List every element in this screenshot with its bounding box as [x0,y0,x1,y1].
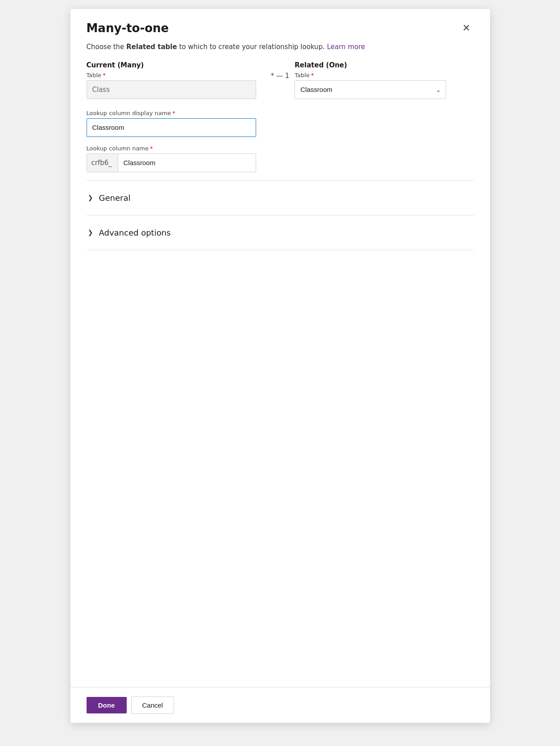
divider-2 [87,215,474,216]
advanced-collapsible-header[interactable]: ❯ Advanced options [87,228,474,237]
chevron-right-icon: ❯ [87,194,95,201]
dialog-header: Many-to-one ✕ [71,9,490,42]
lookup-name-prefix: crfb6_ [87,154,118,172]
advanced-section-label: Advanced options [99,228,171,237]
divider-3 [87,250,474,250]
current-table-section: Current (Many) Table * Class [87,61,265,99]
lookup-name-input[interactable] [118,154,256,172]
lookup-display-required: * [172,110,175,116]
dialog-footer: Done Cancel [71,687,490,723]
general-section: ❯ General [87,186,474,210]
divider-1 [87,180,474,181]
general-collapsible-header[interactable]: ❯ General [87,193,474,203]
current-table-label: Table * [87,72,265,79]
chevron-right-icon-2: ❯ [87,229,95,236]
lookup-name-required: * [150,145,153,152]
lookup-name-group: Lookup column name * crfb6_ [87,145,474,172]
done-button[interactable]: Done [87,697,127,713]
related-table-section: Related (One) Table * Classroom ⌄ [295,61,473,99]
description-bold: Related table [126,43,177,51]
lookup-name-label: Lookup column name * [87,145,474,152]
current-table-readonly: Class [87,80,256,99]
close-button[interactable]: ✕ [459,21,474,35]
general-section-label: General [99,193,131,203]
related-table-label: Table * [295,72,473,79]
description-prefix: Choose the [87,43,127,51]
related-table-select[interactable]: Classroom [295,80,446,99]
current-table-required: * [103,72,106,79]
dialog-body: Current (Many) Table * Class * — 1 Relat… [71,61,490,472]
lookup-display-group: Lookup column display name * [87,110,474,137]
current-section-heading: Current (Many) [87,61,265,69]
related-table-required: * [311,72,314,79]
relationship-connector: * — 1 [265,61,295,80]
related-section-heading: Related (One) [295,61,473,69]
learn-more-link[interactable]: Learn more [327,43,365,51]
cancel-button[interactable]: Cancel [131,696,174,714]
lookup-display-label: Lookup column display name * [87,110,474,116]
tables-row: Current (Many) Table * Class * — 1 Relat… [87,61,474,99]
related-table-select-wrapper: Classroom ⌄ [295,80,446,99]
description-suffix: to which to create your relationship loo… [177,43,325,51]
lookup-display-input[interactable] [87,118,256,137]
dialog-title: Many-to-one [87,21,169,35]
lookup-name-input-wrapper: crfb6_ [87,153,256,172]
advanced-section: ❯ Advanced options [87,221,474,245]
many-to-one-dialog: Many-to-one ✕ Choose the Related table t… [71,9,490,723]
dialog-description: Choose the Related table to which to cre… [71,42,490,61]
